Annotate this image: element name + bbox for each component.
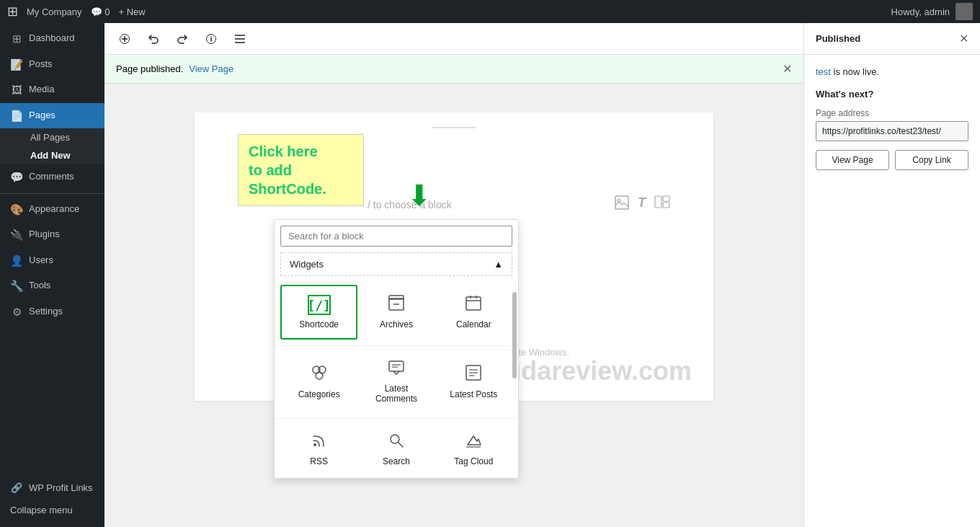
block-search-input[interactable] [280, 226, 512, 247]
tooltip-line2: to add [249, 161, 353, 180]
dropdown-scrollbar[interactable] [512, 292, 517, 378]
sidebar-label-appearance: Appearance [29, 203, 79, 216]
calendar-label: Calendar [456, 319, 491, 329]
wp-logo-icon[interactable]: ⊞ [7, 4, 18, 19]
new-button[interactable]: + New [118, 6, 145, 17]
svg-rect-17 [466, 297, 481, 310]
block-grid: [/] Shortcode Archives [275, 282, 518, 342]
rss-icon [312, 433, 326, 452]
sidebar-item-users[interactable]: 👤 Users [0, 248, 104, 274]
tooltip-line3: ShortCode. [249, 180, 353, 198]
svg-rect-13 [663, 203, 669, 208]
redo-button[interactable] [171, 27, 194, 50]
sidebar-label-tools: Tools [29, 280, 50, 292]
comments-count[interactable]: 💬 0 [91, 6, 110, 17]
tooltip-line1: Click here [249, 142, 353, 161]
text-block-icon[interactable]: T [638, 195, 646, 213]
test-link[interactable]: test [816, 66, 831, 77]
panel-close-button[interactable]: ✕ [959, 32, 968, 45]
panel-url-input[interactable] [816, 121, 968, 141]
collapse-menu-button[interactable]: Collapse menu [0, 499, 104, 521]
editor-toolbar [104, 23, 803, 55]
block-item-latest-posts[interactable]: Latest Posts [435, 352, 512, 412]
svg-rect-9 [615, 196, 628, 209]
svg-rect-12 [663, 196, 669, 201]
published-panel: Published ✕ test is now live. What's nex… [803, 23, 980, 527]
block-item-latest-comments[interactable]: Latest Comments [357, 352, 435, 412]
view-page-link[interactable]: View Page [189, 63, 233, 74]
block-item-rss[interactable]: RSS [280, 425, 357, 475]
sidebar-item-comments[interactable]: 💬 Comments [0, 164, 104, 190]
shortcode-label: Shortcode [299, 319, 339, 329]
calendar-icon [466, 295, 481, 315]
sidebar-label-dashboard: Dashboard [29, 32, 75, 45]
block-item-archives[interactable]: Archives [357, 285, 435, 340]
editor-canvas: Click here to add ShortCode. ⬇ / to choo… [195, 112, 713, 401]
svg-line-33 [398, 443, 403, 447]
panel-buttons: View Page Copy Link [816, 150, 968, 170]
latest-comments-label: Latest Comments [363, 384, 429, 404]
sidebar: ⊞ Dashboard 📝 Posts 🖼 Media 📄 Pages All … [0, 23, 104, 527]
live-text: is now live. [834, 66, 880, 77]
search-label: Search [383, 456, 410, 466]
admin-bar: ⊞ My Company 💬 0 + New Howdy, admin [0, 0, 980, 23]
latest-posts-label: Latest Posts [450, 389, 497, 399]
sidebar-item-appearance[interactable]: 🎨 Appearance [0, 197, 104, 223]
howdy-text: Howdy, admin [891, 6, 950, 17]
latest-posts-icon [466, 365, 481, 385]
notice-close-button[interactable]: ✕ [783, 62, 792, 76]
block-dropdown: Widgets ▲ [/] Shortcode Archives [274, 219, 519, 479]
block-item-shortcode[interactable]: [/] Shortcode [280, 285, 357, 340]
panel-content: test is now live. What's next? Page addr… [804, 55, 980, 527]
admin-bar-right: Howdy, admin [891, 3, 973, 20]
block-item-calendar[interactable]: Calendar [435, 285, 512, 340]
settings-icon: ⚙ [10, 305, 23, 319]
sidebar-label-plugins: Plugins [29, 229, 60, 241]
block-item-search[interactable]: Search [357, 425, 435, 475]
comments-icon: 💬 [10, 170, 23, 185]
block-toolbar-icons: T [615, 195, 670, 213]
sidebar-label-users: Users [29, 254, 53, 267]
avatar[interactable] [956, 3, 973, 20]
image-block-icon[interactable] [615, 195, 629, 213]
published-notice: Page published. View Page ✕ [104, 55, 803, 84]
pages-icon: 📄 [10, 109, 23, 123]
sidebar-label-media: Media [29, 84, 54, 96]
latest-comments-icon [388, 360, 404, 379]
svg-rect-11 [655, 196, 662, 208]
info-button[interactable] [200, 27, 223, 50]
appearance-icon: 🎨 [10, 203, 23, 217]
add-block-button[interactable] [113, 27, 136, 50]
svg-rect-24 [389, 361, 404, 371]
media-icon: 🖼 [10, 83, 23, 97]
block-item-categories[interactable]: Categories [280, 352, 357, 412]
sidebar-item-settings[interactable]: ⚙ Settings [0, 299, 104, 325]
sidebar-item-tools[interactable]: 🔧 Tools [0, 273, 104, 299]
collapse-category-icon: ▲ [494, 259, 503, 270]
sidebar-item-media[interactable]: 🖼 Media [0, 77, 104, 103]
undo-button[interactable] [142, 27, 165, 50]
sidebar-item-wp-profit-links[interactable]: 🔗 WP Profit Links [0, 477, 104, 499]
tools-icon: 🔧 [10, 279, 23, 293]
categories-icon [311, 365, 327, 385]
site-name[interactable]: My Company [27, 6, 82, 17]
tooltip-annotation: Click here to add ShortCode. [238, 134, 364, 206]
svg-rect-15 [389, 296, 404, 299]
sidebar-item-posts[interactable]: 📝 Posts [0, 52, 104, 78]
sidebar-submenu-add-new[interactable]: Add New [0, 146, 104, 164]
block-category-header[interactable]: Widgets ▲ [280, 252, 512, 276]
copy-link-button[interactable]: Copy Link [895, 150, 968, 170]
panel-header: Published ✕ [804, 23, 980, 55]
sidebar-item-dashboard[interactable]: ⊞ Dashboard [0, 26, 104, 52]
sidebar-submenu-all-pages[interactable]: All Pages [0, 128, 104, 146]
sidebar-item-pages[interactable]: 📄 Pages [0, 103, 104, 129]
plugins-icon: 🔌 [10, 228, 23, 242]
users-icon: 👤 [10, 254, 23, 268]
list-view-button[interactable] [228, 27, 251, 50]
panel-live-text: test is now live. [816, 66, 968, 77]
gallery-block-icon[interactable] [654, 195, 670, 213]
dashboard-icon: ⊞ [10, 32, 23, 46]
block-item-tag-cloud[interactable]: Tag Cloud [435, 425, 512, 475]
view-page-button[interactable]: View Page [816, 150, 889, 170]
sidebar-item-plugins[interactable]: 🔌 Plugins [0, 222, 104, 248]
